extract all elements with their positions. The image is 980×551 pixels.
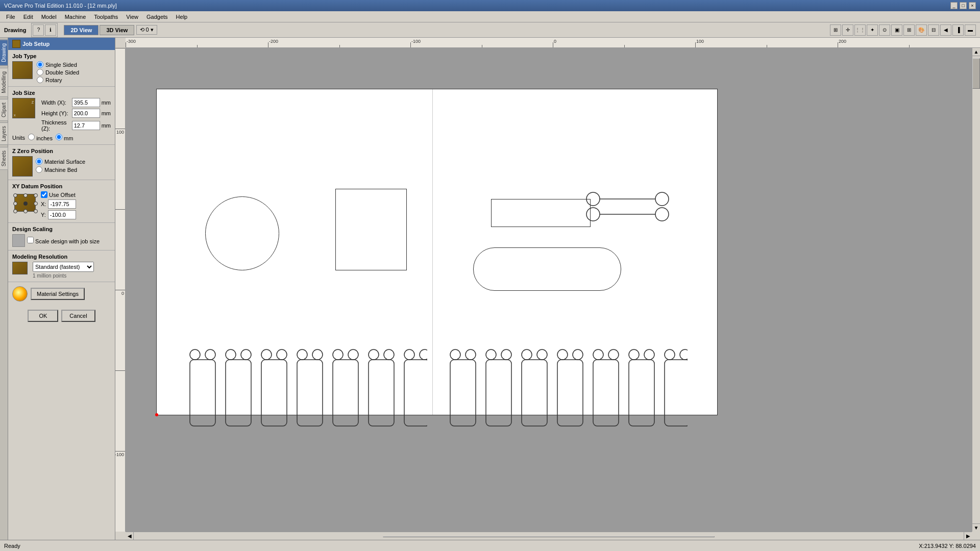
hscroll-left-btn[interactable]: ◀ [126,532,134,540]
job-type-section: Job Type Single Sided Double Sided Rotar… [8,50,115,87]
material-icon [12,286,28,302]
menu-view[interactable]: View [122,13,142,21]
radio-material-surface[interactable]: Material Surface [36,158,85,165]
maximize-btn[interactable]: □ [960,2,967,9]
zoom-sel-btn[interactable]: ⊞ [903,24,915,36]
tab-clipart[interactable]: Clipart [0,99,8,121]
menu-help[interactable]: Help [172,13,192,21]
x-offset-input[interactable] [48,199,76,209]
tab-2d[interactable]: 2D View [64,25,99,35]
panel-toggle-btn[interactable]: ▐ [952,24,964,36]
svg-point-9 [450,349,460,360]
toolbar: Drawing ? ℹ 2D View 3D View ⟲ 0 ▾ ⊞ ✛ ⋮⋮… [0,22,980,38]
units-row: Units inches mm [12,134,111,141]
tab-modelling[interactable]: Modelling [0,68,8,97]
tab-3d[interactable]: 3D View [100,25,134,35]
shapes-row-left[interactable] [182,347,427,436]
left-panel: Job Setup Job Type Single Sided Double S… [8,38,115,540]
canvas-area: -300-200-1000100200300 1000-100 [115,38,980,540]
design-scaling-row: Scale design with job size [12,234,111,247]
vscroll-down-btn[interactable]: ▼ [972,523,980,532]
center-vline [432,89,433,415]
panel-title: Job Setup [22,41,50,47]
radio-rotary[interactable]: Rotary [37,77,79,83]
color-btn[interactable]: 🎨 [916,24,927,36]
svg-point-6 [190,349,200,360]
hscroll-thumb[interactable] [383,536,715,537]
hscrollbar[interactable]: ◀ ▶ [126,532,972,540]
units-title: Units [12,135,25,141]
app-title: VCarve Pro Trial Edition 11.010 - [12 mm… [4,3,117,9]
statusbar: Ready X:213.9432 Y: 88.0294 [0,540,980,551]
svg-point-1 [586,208,600,221]
res-points-label: 1 million points [33,273,111,279]
tab-layers[interactable]: Layers [0,122,8,145]
close-btn[interactable]: × [969,2,976,9]
menu-model[interactable]: Model [37,13,61,21]
svg-rect-11 [450,360,476,426]
cancel-btn[interactable]: Cancel [61,310,95,322]
undo-count: 0 ▾ [145,27,153,33]
menu-machine[interactable]: Machine [61,13,90,21]
drawing-canvas[interactable] [126,48,972,532]
vscrollbar[interactable]: ▲ ▼ [972,48,980,532]
shape-rect-wide[interactable] [491,199,591,227]
scale-checkbox[interactable] [27,237,34,243]
radio-double-sided[interactable]: Double Sided [37,69,79,76]
modeling-res-select[interactable]: Standard (fastest) Medium High Very High… [33,262,94,272]
height-input[interactable] [72,109,100,118]
radio-single-sided[interactable]: Single Sided [37,61,79,68]
material-settings-btn[interactable]: Material Settings [31,288,85,300]
shapes-row-right[interactable] [443,347,688,436]
minimize-btn[interactable]: _ [950,2,958,9]
menu-file[interactable]: File [2,13,19,21]
compass-btn[interactable]: ✦ [867,24,878,36]
grid-dots-btn[interactable]: ⋮⋮ [854,24,866,36]
ok-btn[interactable]: OK [28,310,58,322]
vscroll-thumb[interactable] [972,58,980,89]
zoom-box-btn[interactable]: ▣ [891,24,902,36]
thickness-input[interactable] [72,121,100,130]
info-btn[interactable]: ℹ [45,24,56,36]
shape-stadium[interactable] [473,247,621,291]
design-scaling-section: Design Scaling Scale design with job siz… [8,223,115,251]
modeling-res-select-area: Standard (fastest) Medium High Very High… [33,262,111,279]
svg-point-7 [205,349,215,360]
snap-btn[interactable]: ✛ [842,24,853,36]
radio-machine-bed[interactable]: Machine Bed [36,166,85,173]
xy-datum-controls: Use Offset X: Y: [41,191,111,219]
wire-btn[interactable]: ⊟ [928,24,939,36]
z-zero-section: Z Zero Position Material Surface Machine… [8,145,115,180]
y-offset-input[interactable] [48,210,76,219]
shape-bone[interactable] [585,189,670,224]
window-controls: _ □ × [950,2,976,9]
width-input[interactable] [72,98,100,107]
hscroll-right-btn[interactable]: ▶ [964,532,972,540]
xy-datum-section: XY Datum Position [8,180,115,223]
scale-checkbox-label[interactable]: Scale design with job size [27,237,100,244]
menu-gadgets[interactable]: Gadgets [142,13,172,21]
radio-inches[interactable]: inches [28,134,53,141]
undo-btn[interactable]: ⟲ 0 ▾ [136,25,157,35]
shape-circle[interactable] [205,196,279,270]
tab-drawing[interactable]: Drawing [0,40,8,66]
prev-view-btn[interactable]: ◀ [940,24,951,36]
job-type-thumbnail [12,61,33,79]
zoom-all-btn[interactable]: ⊙ [879,24,890,36]
use-offset-checkbox[interactable] [41,191,47,198]
vscroll-up-btn[interactable]: ▲ [972,48,980,56]
radio-mm[interactable]: mm [56,134,73,141]
snap-grid-btn[interactable]: ⊞ [830,24,841,36]
shape-rect-square[interactable] [335,189,407,270]
x-datum-row: X: [41,199,111,209]
menu-edit[interactable]: Edit [19,13,37,21]
layout-btn[interactable]: ▬ [965,24,976,36]
z-zero-title: Z Zero Position [12,148,111,154]
xy-datum-diagram [12,191,38,214]
panel-header: Job Setup [8,38,115,50]
tab-sheets[interactable]: Sheets [0,147,8,170]
help-btn[interactable]: ? [33,24,44,36]
menu-toolpaths[interactable]: Toolpaths [90,13,122,21]
modeling-res-icon [12,262,28,274]
titlebar: VCarve Pro Trial Edition 11.010 - [12 mm… [0,0,980,11]
